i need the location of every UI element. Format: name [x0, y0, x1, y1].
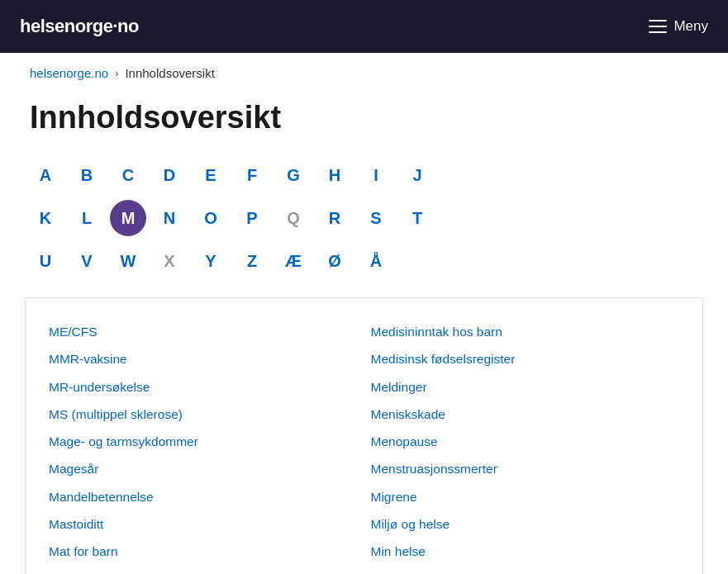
alpha-AA[interactable]: Å [355, 241, 397, 281]
alpha-D[interactable]: D [149, 155, 190, 195]
alpha-AE[interactable]: Æ [273, 241, 314, 281]
link-meniskskade[interactable]: Meniskskade [364, 401, 687, 428]
site-header: helsenorge·no Meny [0, 0, 728, 53]
link-mr-undersokelse[interactable]: MR-undersøkelse [42, 373, 364, 401]
link-mastoiditt[interactable]: Mastoiditt [42, 510, 364, 538]
link-morsmelkerstatning[interactable]: Morsmelkerstatning [364, 565, 687, 574]
link-medisinsk-fodselsregister[interactable]: Medisinsk fødselsregister [364, 345, 687, 372]
alpha-T[interactable]: T [397, 198, 438, 238]
alpha-L[interactable]: L [66, 198, 107, 238]
link-mat-for-barn[interactable]: Mat for barn [42, 538, 364, 565]
alpha-C[interactable]: C [107, 155, 149, 195]
breadcrumb: helsenorge.no › Innholdsoversikt [0, 53, 728, 93]
alpha-OE[interactable]: Ø [314, 241, 355, 281]
link-migrene[interactable]: Migrene [364, 483, 687, 510]
alpha-U[interactable]: U [25, 241, 66, 281]
content-list-box: ME/CFS MMR-vaksine MR-undersøkelse MS (m… [25, 297, 703, 574]
link-mandelbetennelse[interactable]: Mandelbetennelse [42, 483, 364, 510]
alphabet-row-1: A B C D E F G H I J [25, 155, 703, 195]
link-miljo-helse[interactable]: Miljø og helse [364, 510, 687, 538]
alpha-K[interactable]: K [25, 198, 66, 238]
menu-label: Meny [673, 18, 708, 35]
alpha-A[interactable]: A [25, 155, 66, 195]
alpha-X: X [149, 241, 190, 281]
site-logo: helsenorge·no [20, 16, 139, 37]
alpha-F[interactable]: F [231, 155, 273, 195]
alpha-M[interactable]: M [110, 200, 146, 236]
breadcrumb-home-link[interactable]: helsenorge.no [30, 66, 108, 80]
link-me-cfs[interactable]: ME/CFS [42, 318, 364, 345]
content-right-column: Medisininntak hos barn Medisinsk fødsels… [364, 318, 687, 574]
alpha-G[interactable]: G [273, 155, 314, 195]
alpha-N[interactable]: N [149, 198, 190, 238]
alpha-B[interactable]: B [66, 155, 107, 195]
alpha-R[interactable]: R [314, 198, 355, 238]
alpha-O[interactable]: O [190, 198, 231, 238]
hamburger-icon [649, 20, 667, 33]
link-mmr-vaksine[interactable]: MMR-vaksine [42, 345, 364, 372]
menu-button[interactable]: Meny [649, 18, 708, 35]
alpha-E[interactable]: E [190, 155, 231, 195]
content-left-column: ME/CFS MMR-vaksine MR-undersøkelse MS (m… [42, 318, 364, 574]
alpha-Z[interactable]: Z [231, 241, 273, 281]
alpha-H[interactable]: H [314, 155, 355, 195]
alphabet-row-2: K L M N O P Q R S T [25, 198, 703, 238]
link-medisininntak-barn[interactable]: Medisininntak hos barn [364, 318, 687, 345]
link-meldinger[interactable]: Meldinger [364, 373, 687, 401]
link-magesaar[interactable]: Magesår [42, 455, 364, 482]
link-matallergi[interactable]: Matallergi og matintoleranse [42, 565, 364, 574]
alpha-I[interactable]: I [355, 155, 397, 195]
alpha-P[interactable]: P [231, 198, 273, 238]
page-title: Innholdsoversikt [0, 93, 728, 155]
alpha-W[interactable]: W [107, 241, 149, 281]
link-ms[interactable]: MS (multippel sklerose) [42, 401, 364, 428]
breadcrumb-current: Innholdsoversikt [125, 66, 214, 80]
alphabet-navigation: A B C D E F G H I J K L M N O P Q R S T … [0, 155, 728, 281]
link-menstruasjonssmerter[interactable]: Menstruasjonssmerter [364, 455, 687, 482]
link-menopause[interactable]: Menopause [364, 428, 687, 455]
alphabet-row-3: U V W X Y Z Æ Ø Å [25, 241, 703, 281]
alpha-Q: Q [273, 198, 314, 238]
alpha-S[interactable]: S [355, 198, 397, 238]
breadcrumb-separator: › [115, 67, 118, 79]
alpha-Y[interactable]: Y [190, 241, 231, 281]
alpha-V[interactable]: V [66, 241, 107, 281]
link-min-helse[interactable]: Min helse [364, 538, 687, 565]
link-mage-tarmsykdommer[interactable]: Mage- og tarmsykdommer [42, 428, 364, 455]
alpha-J[interactable]: J [397, 155, 438, 195]
